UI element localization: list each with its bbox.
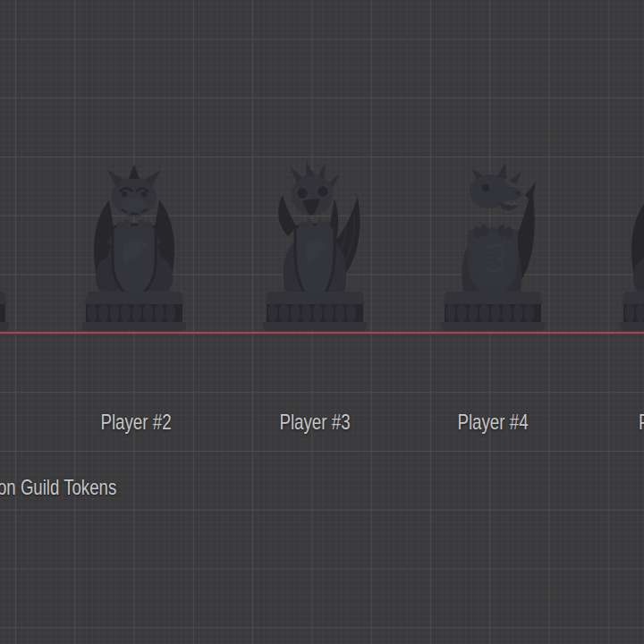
token-model-partial-left[interactable] [0, 156, 20, 335]
token-model-player-2[interactable] [72, 156, 197, 335]
token-label-player-2: Player #2 [100, 411, 171, 433]
token-label-player-4: Player #4 [457, 411, 528, 433]
token-label-partial-right: P [639, 411, 644, 433]
token-model-player-3[interactable] [252, 156, 377, 335]
collection-caption: on Guild Tokens [0, 476, 116, 498]
viewport-3d[interactable]: Player #2 Player #3 Player #4 P on Guild… [0, 0, 644, 644]
token-model-player-4[interactable] [430, 156, 555, 335]
token-label-player-3: Player #3 [279, 411, 350, 433]
token-model-partial-right[interactable] [609, 156, 644, 335]
